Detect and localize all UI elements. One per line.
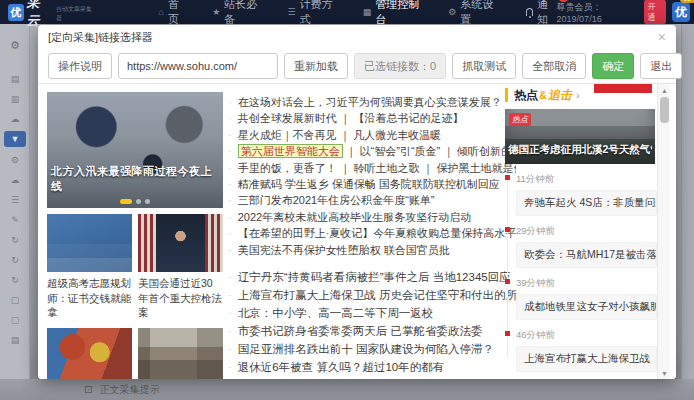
scrape-test-button[interactable]: 抓取测试	[452, 53, 516, 79]
headline-link[interactable]: 北京：中小学、高一高二等下周一返校	[228, 304, 516, 322]
headline-link[interactable]: 2022年离校未就业高校毕业生服务攻坚行动启动	[228, 209, 516, 225]
hotspot-item[interactable]: 46分钟前 上海宣布打赢大上海保卫战	[516, 329, 657, 372]
scroll-up-icon[interactable]: ▲	[658, 84, 671, 96]
headline-link[interactable]: 【在希望的田野上·夏收记】今年夏粮收购总量保持高水平	[228, 225, 516, 241]
headline-link[interactable]: 精准赋码 学生返乡 保通保畅 国务院联防联控机制回应	[228, 176, 516, 192]
hotspot-timestamp: 11分钟前	[516, 173, 657, 186]
dialog-title: [定向采集]链接选择器	[48, 30, 153, 45]
headline-link[interactable]: 在这场对话会上，习近平为何强调要真心实意谋发展？	[228, 94, 516, 110]
hotspot-panel: 热点 & 追击 › 热点 德国正考虑征用北溪2号天然气管道 11分钟前 奔驰车起…	[505, 88, 657, 379]
hotspot-item-text[interactable]: 成都地铁里这女子对小孩飙脏话	[516, 294, 657, 320]
status-bar: ⊡ 正文采集提示	[0, 379, 694, 400]
headline-tail: ｜ 以“智会”引“质金” ｜ 倾听创新的律动	[343, 145, 516, 157]
sync-icon[interactable]: ↻	[0, 232, 30, 247]
headline-group-b: 辽宁丹东“持黄码者看病被拦”事件之后 当地12345回应 上海宣布打赢大上海保卫…	[228, 268, 516, 376]
headline-link[interactable]: 三部门发布2021年住房公积金年度“账单”	[228, 192, 516, 208]
thumb-item[interactable]: 美国会通过近30年首个重大控枪法案	[138, 214, 223, 328]
reload-button[interactable]: 重新加载	[284, 53, 348, 79]
gear-icon[interactable]: ⚙	[0, 152, 30, 167]
selected-link-highlight[interactable]: 第六届世界智能大会	[238, 144, 343, 158]
extension-logo-text: 优	[675, 4, 687, 21]
outer-scrollbar[interactable]	[681, 24, 694, 400]
hotspot-header[interactable]: 热点 & 追击 ›	[505, 88, 657, 102]
list-icon[interactable]: ☰	[0, 192, 30, 207]
hotspot-item[interactable]: 11分钟前 奔驰车起火 4S店：非质量问题	[516, 173, 657, 216]
hotspot-timeline: 11分钟前 奔驰车起火 4S店：非质量问题 29分钟前 欧委会：马航MH17是被…	[505, 173, 657, 372]
thumb-item[interactable]: 中国三人男篮止步小组赛	[47, 328, 132, 379]
headline-link[interactable]: 美国宪法不再保护女性堕胎权 联合国官员批	[228, 242, 516, 258]
carousel-dot[interactable]	[136, 199, 141, 204]
carousel-dot[interactable]	[145, 199, 150, 204]
nav-item-console[interactable]: ▦管理控制台	[363, 0, 422, 27]
thumbnail-grid: 超级高考志愿规划师：证书交钱就能拿 美国会通过近30年首个重大控枪法案 中国三人…	[47, 214, 223, 379]
hotspot-feature-photo[interactable]: 热点 德国正考虑征用北溪2号天然气管道	[505, 109, 655, 164]
carousel-dot-active[interactable]	[120, 199, 132, 204]
scrollbar-thumb[interactable]	[660, 97, 669, 123]
home-icon: ⌂	[158, 7, 163, 17]
hotspot-item-text[interactable]: 奔驰车起火 4S店：非质量问题	[516, 190, 657, 216]
scroll-down-icon[interactable]: ▼	[658, 367, 671, 379]
selected-count-box: 已选链接数：0	[354, 53, 446, 79]
background-sidebar: ⚙ ▤ ▥ ☁ ▼ ⚙ ☁ ☰ ✎ ↻ ↻ ↻ ▢ ▢ ▤	[0, 24, 30, 400]
help-button[interactable]: 操作说明	[48, 53, 112, 79]
thumb-photo-venice	[138, 328, 223, 379]
confirm-button[interactable]: 确定	[592, 53, 634, 79]
sync-icon[interactable]: ↻	[0, 252, 30, 267]
nav-item-settings[interactable]: ⚙系统设置	[448, 0, 497, 27]
thumb-caption: 美国会通过近30年首个重大控枪法案	[138, 276, 223, 320]
nav-item-billing[interactable]: ☰计费方式	[287, 0, 336, 27]
nav-item-label: 首页	[168, 0, 186, 27]
chart-icon[interactable]: ▤	[0, 71, 30, 86]
headline-link[interactable]: 共创全球发展新时代 ｜ 【沿着总书记的足迹】	[228, 110, 516, 126]
extension-logo[interactable]: 优VIP	[672, 2, 690, 22]
cloud-icon[interactable]: ☁	[0, 111, 30, 126]
nav-item-home[interactable]: ⌂首页	[158, 0, 186, 27]
exit-button[interactable]: 退出	[640, 53, 682, 79]
doc-icon[interactable]: ▢	[0, 292, 30, 307]
thumb-photo-basketball	[47, 328, 132, 379]
thumb-photo-flags	[138, 214, 223, 272]
printer-icon[interactable]: ▤	[0, 332, 30, 347]
thumb-caption: 超级高考志愿规划师：证书交钱就能拿	[47, 276, 132, 320]
nav-item-webmaster[interactable]: ★站长必备	[212, 0, 261, 27]
hero-caption[interactable]: 北方入汛来最强降雨过程今夜上线	[51, 164, 219, 194]
cloud-icon[interactable]: ☁	[0, 172, 30, 187]
hot-badge: 热点	[509, 113, 531, 126]
headline-link-highlighted[interactable]: 第六届世界智能大会 ｜ 以“智会”引“质金” ｜ 倾听创新的律动	[228, 143, 516, 159]
doc-icon[interactable]: ▢	[0, 312, 30, 327]
headline-link[interactable]: 上海宣布打赢大上海保卫战 历史会记住坚守和付出的所有人	[228, 286, 516, 304]
close-icon[interactable]: ×	[658, 30, 666, 44]
hotspot-timestamp: 39分钟前	[516, 277, 657, 290]
headline-link[interactable]: 星火成炬｜不舍再见 ｜ 凡人微光丰收温暖	[228, 127, 516, 143]
headline-link[interactable]: 国足亚洲排名跌出前十 国家队建设为何陷入停滞？	[228, 340, 516, 358]
url-input[interactable]	[118, 53, 278, 79]
thumb-item[interactable]: 威尼斯遇高水位倒灌 圣	[138, 328, 223, 379]
funnel-icon[interactable]: ▼	[4, 131, 26, 147]
carousel-dots	[120, 199, 150, 204]
hotspot-feature-caption: 德国正考虑征用北溪2号天然气管道	[508, 143, 652, 157]
hotspot-item-text[interactable]: 欧委会：马航MH17是被击落的	[516, 242, 657, 268]
sync-icon[interactable]: ↻	[0, 272, 30, 287]
monitor-icon: ⊡	[84, 384, 92, 395]
headline-link[interactable]: 退休近6年被查 算久吗？超过10年的都有	[228, 358, 516, 376]
gear-icon: ⚙	[448, 7, 456, 17]
hero-photo-rain[interactable]: 北方入汛来最强降雨过程今夜上线	[47, 92, 223, 208]
thumb-item[interactable]: 超级高考志愿规划师：证书交钱就能拿	[47, 214, 132, 328]
bell-icon	[526, 8, 533, 16]
hotspot-item[interactable]: 39分钟前 成都地铁里这女子对小孩飙脏话	[516, 277, 657, 320]
hotspot-item[interactable]: 29分钟前 欧委会：马航MH17是被击落的	[516, 225, 657, 268]
nav-item-label: 站长必备	[224, 0, 261, 27]
gear-icon[interactable]: ⚙	[0, 38, 30, 53]
headline-link[interactable]: 市委书记跻身省委常委两天后 已掌舵省委政法委	[228, 322, 516, 340]
cancel-all-button[interactable]: 全部取消	[522, 53, 586, 79]
edit-icon[interactable]: ✎	[0, 212, 30, 227]
upgrade-button[interactable]: 开通	[644, 0, 666, 24]
headline-link[interactable]: 手里的饭，更香了！ ｜ 聆听土地之歌 ｜ 保护黑土地就是保护每个…	[228, 160, 516, 176]
nav-item-label: 系统设置	[460, 0, 497, 27]
headline-link[interactable]: 辽宁丹东“持黄码者看病被拦”事件之后 当地12345回应	[228, 268, 516, 286]
hotspot-item-text[interactable]: 上海宣布打赢大上海保卫战	[516, 346, 657, 372]
printer-icon[interactable]: ▥	[0, 91, 30, 106]
notification-button[interactable]: 通知 3	[526, 0, 557, 27]
headline-list: 在这场对话会上，习近平为何强调要真心实意谋发展？ 共创全球发展新时代 ｜ 【沿着…	[228, 94, 516, 376]
iframe-scrollbar[interactable]: ▲ ▼	[657, 84, 670, 379]
